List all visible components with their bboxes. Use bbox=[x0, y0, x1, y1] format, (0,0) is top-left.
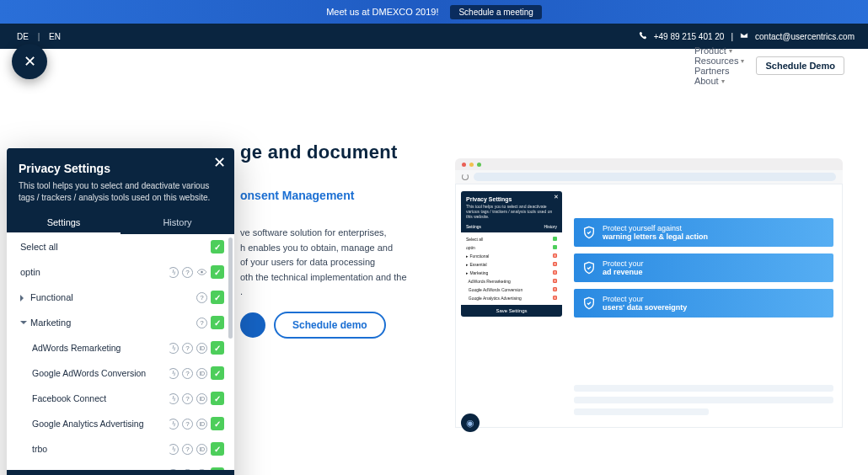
toggle-checkbox[interactable] bbox=[211, 240, 224, 254]
id-icon[interactable]: ID bbox=[196, 393, 207, 404]
hero-body: ve software solution for enterprises, h … bbox=[240, 226, 434, 300]
schedule-demo-button[interactable]: Schedule Demo bbox=[756, 56, 844, 75]
setting-label: Facebook Connect bbox=[32, 393, 106, 403]
id-icon[interactable]: ID bbox=[196, 444, 207, 455]
toggle-checkbox[interactable] bbox=[211, 291, 224, 304]
help-icon[interactable]: ? bbox=[182, 368, 193, 379]
language-switch: DE | EN bbox=[13, 32, 64, 41]
toggle-checkbox[interactable] bbox=[211, 392, 224, 405]
privacy-settings-modal: ▾ ✕ Privacy Settings This tool helps you… bbox=[7, 148, 234, 475]
demo-url-bar bbox=[455, 170, 843, 184]
nav-item-partners[interactable]: Partners bbox=[694, 66, 745, 76]
lang-en[interactable]: EN bbox=[46, 32, 64, 41]
help-icon[interactable]: ? bbox=[182, 444, 193, 455]
hero-subhead: onsent Management bbox=[240, 189, 434, 202]
promo-banner: Meet us at DMEXCO 2019! Schedule a meeti… bbox=[0, 0, 868, 24]
eye-icon[interactable] bbox=[196, 267, 207, 278]
help-icon[interactable]: ? bbox=[182, 393, 193, 404]
phone-icon bbox=[639, 31, 647, 41]
toggle-checkbox[interactable] bbox=[211, 366, 224, 380]
svg-point-0 bbox=[201, 271, 202, 273]
setting-row: Functional? bbox=[7, 285, 234, 310]
setting-row: optin? bbox=[7, 259, 234, 285]
tab-settings[interactable]: Settings bbox=[7, 212, 121, 234]
help-icon[interactable]: ? bbox=[182, 267, 193, 278]
mini-row: optin bbox=[466, 243, 557, 252]
mini-row: AdWords Remarketing bbox=[466, 277, 557, 286]
tab-history[interactable]: History bbox=[121, 212, 234, 234]
mini-row: ▸ Marketing bbox=[466, 269, 557, 277]
help-icon[interactable]: ? bbox=[182, 469, 193, 471]
setting-row: SalesViewer?ID bbox=[7, 462, 234, 470]
history-icon[interactable] bbox=[168, 393, 179, 404]
lang-separator: | bbox=[35, 32, 44, 41]
mini-desc: This tool helps you to select and deacti… bbox=[466, 204, 557, 219]
demo-window-chrome bbox=[455, 158, 843, 170]
toggle-checkbox[interactable] bbox=[211, 467, 224, 470]
id-icon[interactable]: ID bbox=[196, 469, 207, 471]
toggle-checkbox[interactable] bbox=[211, 265, 224, 279]
banner-cta-button[interactable]: Schedule a meeting bbox=[450, 5, 541, 19]
setting-row: Select all bbox=[7, 234, 234, 259]
mini-tab-settings: Settings bbox=[466, 224, 481, 229]
fingerprint-icon: ◉ bbox=[461, 414, 480, 432]
floating-close-button[interactable]: ✕ bbox=[12, 44, 47, 79]
phone-number[interactable]: +49 89 215 401 20 bbox=[654, 32, 725, 41]
nav-item-product[interactable]: Product▾ bbox=[694, 45, 745, 56]
chrome-close-dot bbox=[462, 163, 466, 167]
toggle-checkbox[interactable] bbox=[211, 442, 224, 456]
history-icon[interactable] bbox=[168, 343, 179, 354]
mini-close-icon: ✕ bbox=[554, 194, 559, 200]
help-icon[interactable]: ? bbox=[182, 343, 193, 354]
toggle-checkbox[interactable] bbox=[211, 417, 224, 430]
toggle-checkbox[interactable] bbox=[211, 341, 224, 355]
banner-text: Meet us at DMEXCO 2019! bbox=[326, 7, 438, 17]
contact-email[interactable]: contact@usercentrics.com bbox=[755, 32, 855, 41]
mini-save: Save Settings bbox=[461, 305, 562, 317]
lang-de[interactable]: DE bbox=[13, 32, 32, 41]
id-icon[interactable]: ID bbox=[196, 368, 207, 379]
setting-label: Select all bbox=[20, 242, 58, 252]
shield-icon bbox=[582, 296, 596, 310]
modal-description: This tool helps you to select and deacti… bbox=[19, 180, 222, 204]
hero-headline: ge and document bbox=[240, 141, 434, 163]
benefit-bar: Protect yourusers' data sovereignty bbox=[574, 289, 833, 318]
history-icon[interactable] bbox=[168, 469, 179, 471]
id-icon[interactable]: ID bbox=[196, 419, 207, 430]
mail-icon bbox=[740, 31, 748, 41]
modal-title: Privacy Settings bbox=[19, 162, 222, 175]
setting-row: AdWords Remarketing?ID bbox=[7, 335, 234, 360]
id-icon[interactable]: ID bbox=[196, 343, 207, 354]
benefit-bar: Protect yourself againstwarning letters … bbox=[574, 218, 833, 247]
setting-label: Google AdWords Conversion bbox=[32, 368, 146, 378]
caret-down-icon[interactable] bbox=[20, 321, 27, 328]
mini-title: Privacy Settings bbox=[466, 196, 557, 202]
help-icon[interactable]: ? bbox=[182, 419, 193, 430]
modal-scrollbar[interactable] bbox=[228, 238, 233, 339]
history-icon[interactable] bbox=[168, 368, 179, 379]
history-icon[interactable] bbox=[168, 419, 179, 430]
hero-schedule-button[interactable]: Schedule demo bbox=[274, 312, 386, 339]
toggle-checkbox[interactable] bbox=[211, 316, 224, 329]
nav-item-resources[interactable]: Resources▾ bbox=[694, 56, 745, 66]
setting-label: optin bbox=[20, 267, 40, 277]
modal-close-button[interactable]: ✕ bbox=[213, 155, 226, 170]
help-icon[interactable]: ? bbox=[196, 292, 207, 303]
history-icon[interactable] bbox=[168, 444, 179, 455]
main-nav: Product▾Resources▾PartnersAbout▾ Schedul… bbox=[0, 49, 868, 83]
mini-row: Select all bbox=[466, 235, 557, 243]
save-settings-button[interactable]: Save settings bbox=[7, 470, 234, 475]
help-icon[interactable]: ? bbox=[196, 318, 207, 328]
setting-row: Facebook Connect?ID bbox=[7, 386, 234, 411]
url-field bbox=[474, 173, 836, 181]
setting-label: AdWords Remarketing bbox=[32, 343, 121, 353]
history-icon[interactable] bbox=[168, 267, 179, 278]
setting-label: Marketing bbox=[20, 318, 71, 328]
chrome-max-dot bbox=[477, 163, 481, 167]
contact-separator: | bbox=[731, 32, 733, 41]
setting-label: trbo bbox=[32, 444, 47, 454]
setting-label: Google Analytics Advertising bbox=[32, 419, 144, 429]
hero-primary-button[interactable] bbox=[240, 312, 265, 338]
setting-label: Functional bbox=[20, 292, 73, 302]
caret-right-icon[interactable] bbox=[20, 295, 27, 302]
